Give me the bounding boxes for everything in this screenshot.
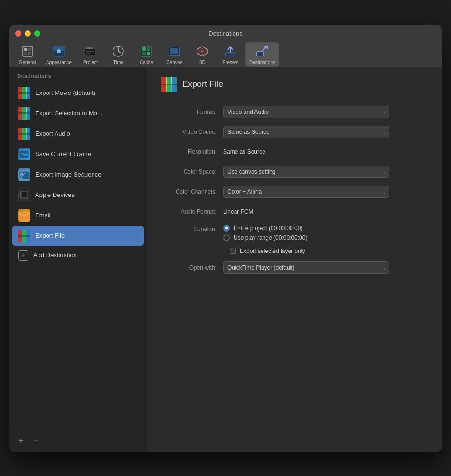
general-label: General (19, 60, 36, 65)
svg-rect-37 (18, 112, 30, 114)
duration-option-playrange[interactable]: Use play range (00:00:00:00) (223, 234, 307, 241)
toolbar: General Appearance (9, 42, 442, 67)
video-codec-row: Video Codec: Same as Source H.264 HEVC (… (161, 125, 427, 139)
svg-rect-0 (22, 46, 33, 56)
svg-point-10 (86, 47, 88, 49)
toolbar-item-cache[interactable]: Cache (133, 42, 160, 67)
duration-radio-playrange[interactable] (223, 234, 230, 241)
export-layer-label: Export selected layer only (240, 248, 305, 254)
sidebar-item-export-movie[interactable]: Export Movie (default) (12, 83, 144, 103)
toolbar-item-time[interactable]: Time (105, 42, 132, 67)
toolbar-item-project[interactable]: Project (77, 42, 103, 67)
canvas-icon (167, 44, 181, 58)
general-icon (20, 44, 35, 58)
open-with-select[interactable]: QuickTime Player (default) None (223, 261, 389, 274)
sidebar-item-export-sequence[interactable]: Export Image Sequence (12, 165, 144, 185)
audio-format-value: Linear PCM (223, 208, 427, 215)
close-button[interactable] (15, 30, 21, 37)
export-layer-checkbox[interactable] (230, 248, 236, 254)
svg-point-12 (91, 47, 93, 49)
color-channels-label: Color Channels: (161, 188, 223, 195)
open-with-select-wrapper: QuickTime Player (default) None ⌄ (223, 261, 389, 274)
svg-rect-14 (86, 53, 91, 54)
duration-section: Entire project (00:00:00:00) Use play ra… (223, 225, 307, 241)
add-destination-label: Add Destination (33, 252, 77, 259)
toolbar-item-general[interactable]: General (14, 42, 40, 67)
detail-title: Export File (182, 79, 223, 89)
video-codec-select[interactable]: Same as Source H.264 HEVC (H.265) ProRes… (223, 126, 389, 138)
color-channels-row: Color Channels: Color + Alpha Color Alph… (161, 185, 427, 198)
svg-line-17 (118, 51, 121, 53)
svg-rect-53 (18, 235, 30, 237)
sidebar-footer: + − (9, 430, 147, 452)
video-codec-select-wrapper: Same as Source H.264 HEVC (H.265) ProRes… (223, 126, 389, 138)
appearance-icon (52, 44, 66, 58)
svg-rect-4 (28, 52, 31, 55)
audio-icon (18, 128, 30, 140)
sidebar-item-label: Email (35, 212, 51, 219)
3d-icon (195, 44, 209, 58)
sidebar: Destinations Export Movie (default) (9, 67, 147, 452)
duration-row: Duration: Entire project (00:00:00:00) U… (161, 225, 427, 241)
color-space-select-wrapper: Use canvas setting Rec. 709 Rec. 2020 ⌄ (223, 166, 389, 178)
sidebar-item-label: Export Image Sequence (35, 171, 101, 178)
add-destination-icon: + (18, 250, 28, 261)
resolution-value: Same as Source (223, 149, 427, 155)
format-select[interactable]: Video and Audio Video Only Audio Only (223, 106, 389, 118)
svg-rect-1 (24, 48, 27, 51)
duration-option-entire[interactable]: Entire project (00:00:00:00) (223, 225, 307, 232)
svg-point-48 (24, 197, 25, 198)
color-space-row: Color Space: Use canvas setting Rec. 709… (161, 165, 427, 178)
resolution-label: Resolution: (161, 149, 223, 155)
frame-icon (18, 148, 30, 160)
svg-rect-33 (18, 92, 30, 94)
svg-rect-20 (142, 47, 146, 51)
film-icon-2 (18, 107, 30, 120)
toolbar-item-canvas[interactable]: Canvas (161, 42, 188, 67)
sidebar-item-apple-devices[interactable]: Apple Devices (12, 185, 144, 205)
3d-label: 3D (199, 60, 206, 65)
format-select-wrapper: Video and Audio Video Only Audio Only ⌄ (223, 106, 389, 118)
sidebar-item-export-selection[interactable]: Export Selection to Mo... (12, 103, 144, 123)
sidebar-item-save-frame[interactable]: Save Current Frame (12, 144, 144, 164)
color-space-select[interactable]: Use canvas setting Rec. 709 Rec. 2020 (223, 166, 389, 178)
remove-button[interactable]: − (30, 436, 42, 447)
duration-radio-entire[interactable] (223, 225, 230, 232)
svg-rect-21 (147, 47, 150, 51)
sidebar-item-label: Export File (35, 232, 65, 239)
presets-icon (223, 44, 237, 58)
svg-rect-2 (28, 48, 31, 51)
toolbar-item-presets[interactable]: Presets (217, 42, 244, 67)
sidebar-item-email[interactable]: Email (12, 205, 144, 225)
format-row: Format: Video and Audio Video Only Audio… (161, 105, 427, 119)
video-codec-label: Video Codec: (161, 129, 223, 135)
color-space-label: Color Space: (161, 168, 223, 175)
minimize-button[interactable] (25, 30, 31, 37)
toolbar-item-appearance[interactable]: Appearance (42, 42, 75, 67)
sequence-icon (18, 168, 30, 181)
svg-point-7 (57, 49, 61, 53)
color-channels-select[interactable]: Color + Alpha Color Alpha (223, 186, 389, 198)
presets-label: Presets (222, 60, 238, 65)
sidebar-item-export-audio[interactable]: Export Audio (12, 124, 144, 144)
email-icon (18, 209, 30, 222)
toolbar-item-destinations[interactable]: Destinations (245, 42, 279, 67)
open-with-row: Open with: QuickTime Player (default) No… (161, 261, 427, 274)
maximize-button[interactable] (34, 30, 40, 37)
svg-rect-23 (147, 52, 150, 55)
appearance-label: Appearance (46, 60, 72, 65)
add-button[interactable]: + (15, 436, 27, 447)
destinations-label: Destinations (249, 60, 275, 65)
duration-option1-label: Entire project (00:00:00:00) (234, 225, 302, 232)
toolbar-item-3d[interactable]: 3D (189, 42, 216, 67)
time-icon (111, 44, 125, 58)
sidebar-header: Destinations (9, 67, 147, 83)
svg-rect-49 (19, 212, 29, 220)
svg-rect-22 (142, 52, 146, 55)
sidebar-item-add-destination[interactable]: + Add Destination (12, 246, 144, 264)
sidebar-item-export-file[interactable]: Export File (12, 226, 144, 246)
detail-icon (161, 77, 177, 92)
export-layer-row[interactable]: Export selected layer only (230, 248, 427, 254)
exportfile-icon (18, 230, 30, 242)
sidebar-item-label: Export Movie (default) (35, 89, 95, 96)
